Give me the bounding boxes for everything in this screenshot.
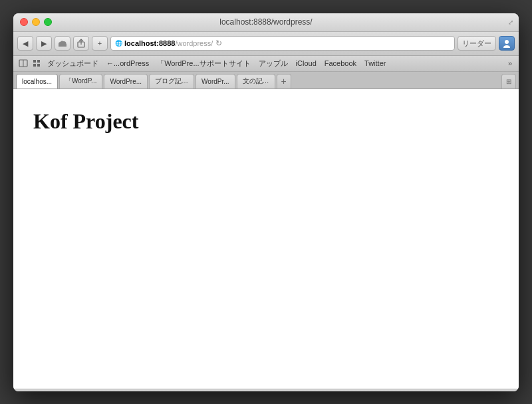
tab-grid-icon[interactable]: ⊞	[501, 74, 516, 89]
bookmark-facebook[interactable]: Facebook	[321, 57, 360, 69]
close-button[interactable]	[20, 18, 28, 26]
svg-rect-4	[59, 44, 66, 47]
bookmark-icloud[interactable]: iCloud	[293, 57, 320, 69]
person-icon	[502, 39, 511, 48]
traffic-lights	[20, 18, 52, 26]
refresh-button[interactable]: ↻	[215, 39, 222, 48]
address-bar[interactable]: 🌐 localhost:8888 /wordpress/ ↻	[110, 36, 455, 51]
svg-point-8	[503, 45, 510, 48]
title-bar: localhost:8888/wordpress/ ⤢	[13, 13, 519, 32]
bookmarks-bar: ダッシュボード ←...ordPress 「WordPre...サポートサイト …	[13, 56, 519, 72]
bookmarks-icon[interactable]	[17, 57, 29, 69]
tab-0[interactable]: localhos...	[16, 74, 58, 89]
status-bar	[13, 389, 519, 391]
new-tab-button[interactable]: +	[92, 36, 108, 51]
browser-window: localhost:8888/wordpress/ ⤢ ◀ ▶ + 🌐	[13, 13, 519, 391]
svg-point-7	[505, 40, 509, 44]
resize-icon[interactable]: ⤢	[508, 19, 513, 26]
bookmark-wordpress[interactable]: ←...ordPress	[103, 57, 152, 69]
maximize-button[interactable]	[44, 18, 52, 26]
share-icon	[77, 39, 85, 48]
lock-icon: 🌐	[115, 40, 122, 47]
cloud-icon	[58, 40, 67, 47]
forward-button[interactable]: ▶	[36, 36, 52, 51]
new-tab-plus-button[interactable]: +	[277, 74, 291, 89]
share-button[interactable]	[73, 36, 89, 51]
minimize-button[interactable]	[32, 18, 40, 26]
back-button[interactable]: ◀	[17, 36, 33, 51]
grid-view-icon	[33, 59, 41, 67]
grid-icon[interactable]	[31, 57, 43, 69]
bookmark-twitter[interactable]: Twitter	[361, 57, 389, 69]
tab-2[interactable]: WordPre...	[104, 74, 148, 89]
address-host: localhost:8888	[124, 39, 175, 47]
page-title: Kof Project	[33, 109, 499, 134]
bookmark-dashboard[interactable]: ダッシュボード	[44, 57, 102, 69]
address-path: /wordpress/	[175, 39, 213, 47]
tab-4[interactable]: WordPr...	[196, 74, 235, 89]
svg-rect-14	[37, 64, 40, 67]
toolbar: ◀ ▶ + 🌐 localhost:8888 /wordpress/ ↻	[13, 32, 519, 56]
tab-5[interactable]: 文の記…	[237, 74, 275, 89]
bookmark-apple[interactable]: アップル	[255, 57, 291, 69]
svg-rect-13	[33, 64, 36, 67]
svg-rect-11	[33, 60, 36, 63]
book-icon	[19, 59, 28, 67]
reader-button[interactable]: リーダー	[458, 36, 496, 51]
page-content: Kof Project	[13, 89, 519, 389]
bookmarks-more-button[interactable]: »	[505, 59, 515, 67]
bookmark-support[interactable]: 「WordPre...サポートサイト	[154, 57, 253, 69]
profile-button[interactable]	[499, 36, 515, 51]
cloud-button[interactable]	[55, 36, 70, 51]
svg-rect-12	[37, 60, 40, 63]
window-title: localhost:8888/wordpress/	[219, 17, 312, 27]
tab-1[interactable]: 「WordP...	[59, 74, 102, 89]
tabs-bar: localhos... 「WordP... WordPre... ブログ記… W…	[13, 72, 519, 89]
tab-3[interactable]: ブログ記…	[149, 74, 194, 89]
